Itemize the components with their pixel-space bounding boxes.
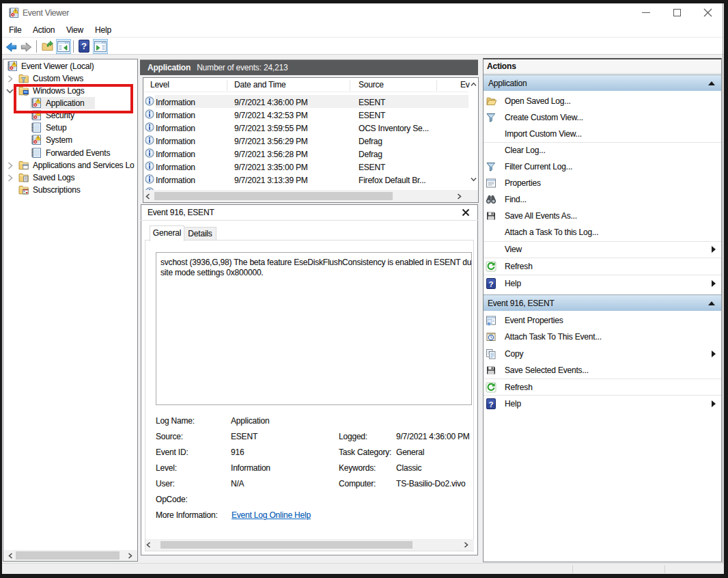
svg-text:?: ?: [81, 41, 87, 51]
